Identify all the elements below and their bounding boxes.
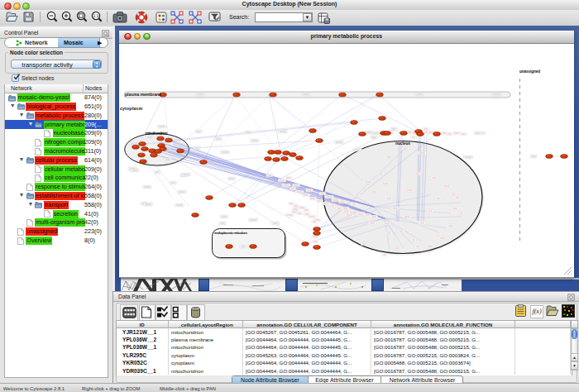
- svg-text:unassigned: unassigned: [519, 69, 540, 74]
- svg-text:cytoplasm: cytoplasm: [120, 106, 142, 111]
- svg-text:endoplasmic reticulum: endoplasmic reticulum: [214, 231, 247, 235]
- svg-text:nucleus: nucleus: [395, 141, 410, 146]
- svg-text:mitochondrion: mitochondrion: [146, 131, 168, 136]
- svg-text:plasma membrane: plasma membrane: [125, 92, 161, 97]
